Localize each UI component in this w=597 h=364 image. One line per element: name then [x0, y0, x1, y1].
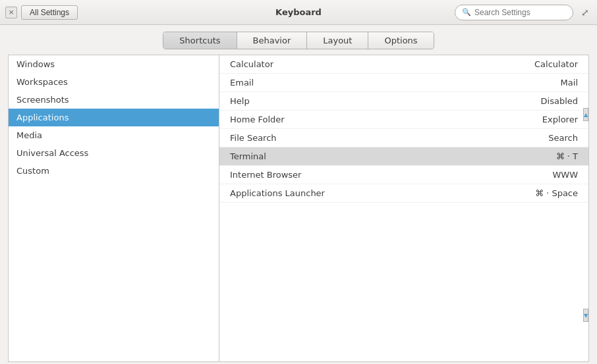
shortcut-name: Applications Launcher	[230, 188, 325, 198]
shortcut-value: Explorer	[542, 115, 578, 124]
shortcut-name: Internet Browser	[230, 170, 301, 180]
sidebar-item-windows[interactable]: Windows	[9, 55, 219, 73]
shortcut-row-terminal[interactable]: Terminal ⌘ · T	[219, 147, 588, 166]
close-button[interactable]: ×	[5, 7, 17, 18]
shortcut-row-help[interactable]: Help Disabled	[219, 92, 588, 111]
shortcut-name: Home Folder	[230, 115, 285, 124]
tab-options[interactable]: Options	[368, 32, 433, 49]
shortcut-value: ⌘ · Space	[535, 188, 578, 198]
sidebar: Windows Workspaces Screenshots Applicati…	[9, 55, 219, 361]
tab-layout[interactable]: Layout	[307, 32, 368, 49]
expand-button[interactable]: ⤢	[579, 6, 592, 19]
shortcut-row-internet-browser[interactable]: Internet Browser WWW	[219, 166, 588, 184]
shortcut-row-calculator[interactable]: Calculator Calculator	[219, 55, 588, 74]
shortcut-value: ⌘ · T	[556, 151, 578, 161]
all-settings-button[interactable]: All Settings	[21, 5, 78, 20]
search-icon: 🔍	[462, 8, 471, 16]
scroll-down-arrow[interactable]: ▼	[583, 309, 588, 322]
shortcut-name: Email	[230, 78, 254, 88]
shortcut-value: Calculator	[534, 59, 578, 69]
shortcut-name: Help	[230, 96, 250, 106]
tab-group: Shortcuts Behavior Layout Options	[163, 32, 434, 49]
shortcut-name: Terminal	[230, 151, 266, 161]
main-content: Windows Workspaces Screenshots Applicati…	[8, 55, 589, 362]
shortcut-row-file-search[interactable]: File Search Search	[219, 129, 588, 147]
scroll-up-arrow[interactable]: ▲	[583, 108, 588, 121]
title-bar: × All Settings Keyboard 🔍 ⤢	[0, 0, 597, 25]
right-panel: Calculator Calculator Email Mail Help Di…	[219, 55, 588, 361]
sidebar-item-workspaces[interactable]: Workspaces	[9, 73, 219, 91]
sidebar-item-screenshots[interactable]: Screenshots	[9, 91, 219, 109]
shortcut-value: Search	[548, 133, 578, 143]
sidebar-item-universal-access[interactable]: Universal Access	[9, 144, 219, 162]
shortcut-name: File Search	[230, 133, 277, 143]
window-title: Keyboard	[275, 7, 322, 17]
tab-bar: Shortcuts Behavior Layout Options	[0, 25, 597, 55]
close-icon: ×	[8, 8, 14, 16]
shortcut-row-email[interactable]: Email Mail	[219, 74, 588, 92]
shortcut-row-applications-launcher[interactable]: Applications Launcher ⌘ · Space	[219, 184, 588, 203]
shortcut-row-home-folder[interactable]: Home Folder Explorer	[219, 111, 588, 129]
expand-icon: ⤢	[581, 7, 589, 18]
shortcut-value: Disabled	[541, 96, 578, 106]
tab-behavior[interactable]: Behavior	[237, 32, 308, 49]
shortcut-name: Calculator	[230, 59, 273, 69]
shortcut-value: WWW	[552, 170, 578, 180]
scroll-indicators: ▲ ▼	[583, 55, 588, 361]
sidebar-item-custom[interactable]: Custom	[9, 162, 219, 180]
sidebar-item-applications[interactable]: Applications	[9, 109, 219, 126]
tab-shortcuts[interactable]: Shortcuts	[163, 32, 237, 49]
sidebar-item-media[interactable]: Media	[9, 126, 219, 144]
search-input[interactable]	[474, 8, 566, 17]
search-box: 🔍	[455, 5, 573, 20]
shortcut-value: Mail	[561, 78, 578, 88]
